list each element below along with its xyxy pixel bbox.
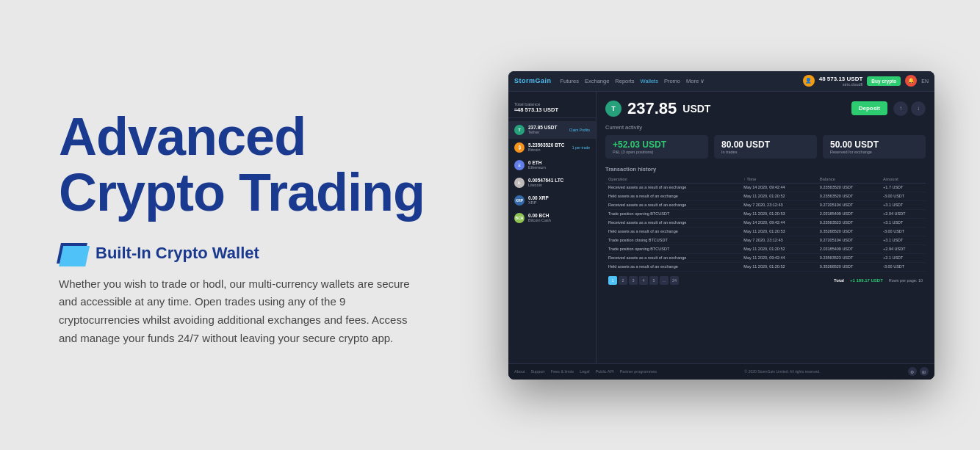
page-btn-3[interactable]: 3 <box>629 276 638 285</box>
app-content: Total balance ≈48 573.13 USDT T 237.85 U… <box>508 92 934 363</box>
footer-icons: ⚙ ⊞ <box>908 367 929 376</box>
total-balance-box: Total balance ≈48 573.13 USDT <box>508 98 596 118</box>
wallet-name-eth: Ethereum <box>528 165 590 170</box>
balance-coin-icon: T <box>605 101 621 117</box>
footer-link[interactable]: Fees & limits <box>551 369 574 374</box>
tx-time: May 11 2020, 09:42:44 <box>741 253 817 262</box>
tx-balance: 0.27205104 USDT <box>817 200 880 209</box>
nav-item-futures[interactable]: Futures <box>561 78 579 84</box>
footer-link[interactable]: About <box>514 369 525 374</box>
footer-links: AboutSupportFees & limitsLegalPublic API… <box>514 369 657 374</box>
footer-link[interactable]: Public API <box>596 369 614 374</box>
wallet-amount-btc: 5.23563520 BTC <box>528 142 569 148</box>
wallet-item-bch[interactable]: BCH 0.00 BCH Bitcoin Cash <box>508 209 596 227</box>
current-activity-label: Current activity <box>605 124 926 131</box>
total-label: Total <box>834 278 844 283</box>
tx-time: May 11 2020, 01:20:52 <box>741 192 817 200</box>
nav-user-icon: 👤 <box>803 75 815 87</box>
nav-item-promo[interactable]: Promo <box>664 78 680 84</box>
wallet-name-btc: Bitcoin <box>528 148 569 152</box>
page-btn-24[interactable]: 24 <box>670 276 679 285</box>
tx-balance: 0.35268520 USDT <box>817 227 880 236</box>
rows-per-page: Rows per page: 10 <box>889 278 923 283</box>
footer-icon-grid[interactable]: ⊞ <box>920 367 929 376</box>
wallet-item-xrp[interactable]: XRP 0.00 XRP XRP <box>508 192 596 209</box>
table-row: Received assets as a result of an exchan… <box>605 218 926 227</box>
wallet-info-eth: 0 ETH Ethereum <box>528 160 590 170</box>
footer-link[interactable]: Legal <box>580 369 589 374</box>
wallet-name-usdt: Tether <box>528 130 566 134</box>
col-amount: Amount <box>880 175 926 184</box>
wallet-amount-usdt: 237.85 USDT <box>528 125 566 130</box>
footer-link[interactable]: Partner programmes <box>620 369 657 374</box>
wallet-item-ltc[interactable]: Ł 0.00547641 LTC Litecoin <box>508 174 596 192</box>
footer-link[interactable]: Support <box>530 369 544 374</box>
page-btn-...[interactable]: ... <box>660 276 669 285</box>
activity-sub-pnl: P&L (3 open positions) <box>613 150 701 154</box>
page-btn-5[interactable]: 5 <box>649 276 658 285</box>
activity-value-trades: 80.00 USDT <box>721 139 810 150</box>
tx-operation: Received assets as a result of an exchan… <box>605 218 741 227</box>
balance-amount: 237.85 <box>627 99 677 118</box>
tx-time: May 7 2020, 23:12:43 <box>741 200 817 209</box>
balance-currency: USDT <box>682 103 710 115</box>
coin-icon-eth: Ξ <box>514 160 525 170</box>
activity-sub-reserved: Reserved for exchange <box>830 150 918 154</box>
app-nav: StormGain Futures Exchange Reports Walle… <box>508 71 934 92</box>
pagination: 12345...24 <box>608 276 679 285</box>
nav-item-exchange[interactable]: Exchange <box>585 78 609 84</box>
table-row: Received assets as a result of an exchan… <box>605 200 926 209</box>
buy-crypto-button[interactable]: Buy crypto <box>867 76 901 86</box>
action-btn-2[interactable]: ↓ <box>911 101 926 116</box>
title-line1: Advanced <box>59 107 306 166</box>
page-btn-4[interactable]: 4 <box>639 276 648 285</box>
wallet-info-usdt: 237.85 USDT Tether <box>528 125 566 134</box>
tx-balance: 0.23563520 USDT <box>817 192 880 200</box>
tx-operation: Trade position opening BTCUSDT <box>605 209 741 218</box>
wallet-name-ltc: Litecoin <box>528 183 590 187</box>
table-row: Received assets as a result of an exchan… <box>605 253 926 262</box>
activity-cards: +52.03 USDT P&L (3 open positions) 80.00… <box>605 135 926 159</box>
wallet-item-btc[interactable]: ₿ 5.23563520 BTC Bitcoin 1 per trade <box>508 139 596 156</box>
coin-icon-xrp: XRP <box>514 195 525 206</box>
tx-operation: Held assets as a result of an exchange <box>605 192 741 200</box>
nav-item-more[interactable]: More ∨ <box>686 78 705 84</box>
nav-balance-sub: strix.cloudfl <box>819 82 863 87</box>
coin-icon-btc: ₿ <box>514 142 525 153</box>
tx-operation: Trade position opening BTCUSDT <box>605 244 741 253</box>
tx-time: May 11 2020, 01:20:53 <box>741 209 817 218</box>
wallet-action-usdt[interactable]: Claim Profits <box>569 128 590 132</box>
action-buttons: ↑ ↓ <box>893 101 926 116</box>
tx-amount: +2.1 USDT <box>880 253 926 262</box>
tx-balance: 2.03185409 USDT <box>817 244 880 253</box>
main-area: T 237.85 USDT Deposit ↑ ↓ Current activi… <box>597 92 934 363</box>
action-btn-1[interactable]: ↑ <box>893 101 908 116</box>
activity-card-reserved: 50.00 USDT Reserved for exchange <box>823 135 926 159</box>
deposit-button[interactable]: Deposit <box>851 101 887 115</box>
nav-balance: 48 573.13 USDT strix.cloudfl <box>819 76 863 87</box>
tx-amount: +3.1 USDT <box>880 236 926 244</box>
tx-time: May 11 2020, 01:20:53 <box>741 227 817 236</box>
tx-balance: 0.23563523 USDT <box>817 218 880 227</box>
activity-sub-trades: In trades <box>721 150 810 154</box>
tx-time: May 11 2020, 01:20:52 <box>741 262 817 271</box>
table-row: Trade position opening BTCUSDT May 11 20… <box>605 209 926 218</box>
nav-item-wallets[interactable]: Wallets <box>641 78 658 84</box>
nav-item-reports[interactable]: Reports <box>615 78 634 84</box>
footer-icon-settings[interactable]: ⚙ <box>908 367 917 376</box>
tx-amount: +2.04 USDT <box>880 209 926 218</box>
wallet-action-btc[interactable]: 1 per trade <box>572 145 590 150</box>
tx-footer: 12345...24 Total +1 189.17 USDT Rows per… <box>605 273 926 288</box>
tx-amount: +3.1 USDT <box>880 200 926 209</box>
tx-operation: Held assets as a result of an exchange <box>605 227 741 236</box>
wallet-item-eth[interactable]: Ξ 0 ETH Ethereum <box>508 156 596 174</box>
tx-amount: +2.94 USDT <box>880 244 926 253</box>
footer-copy: © 2020 StormGain Limited. All rights res… <box>745 369 821 374</box>
page-btn-1[interactable]: 1 <box>608 276 617 285</box>
total-balance-value: ≈48 573.13 USDT <box>514 106 590 113</box>
page-btn-2[interactable]: 2 <box>619 276 627 285</box>
wallet-item-usdt[interactable]: T 237.85 USDT Tether Claim Profits <box>508 121 596 139</box>
tx-amount: +1.7 USDT <box>880 183 926 192</box>
coin-icon-ltc: Ł <box>514 178 525 188</box>
table-row: Received assets as a result of an exchan… <box>605 183 926 192</box>
